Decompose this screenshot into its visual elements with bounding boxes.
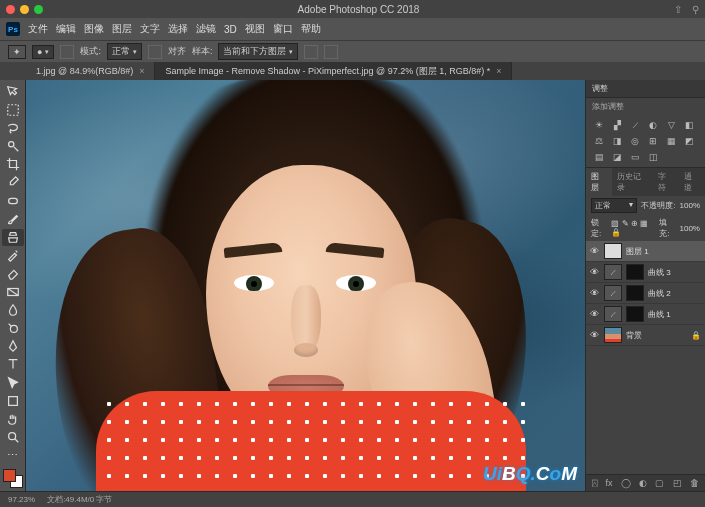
close-tab-icon[interactable]: × [496,66,501,76]
menu-type[interactable]: 文字 [140,22,160,36]
menu-select[interactable]: 选择 [168,22,188,36]
blend-mode-select[interactable]: 正常▾ [107,43,142,60]
layer-thumb[interactable]: ⟋ [604,306,622,322]
brush-panel-icon[interactable] [60,45,74,59]
visibility-icon[interactable]: 👁 [590,330,600,340]
menu-file[interactable]: 文件 [28,22,48,36]
curves-icon[interactable]: ⟋ [628,119,642,131]
bw-icon[interactable]: ◨ [610,135,624,147]
tool-preset-icon[interactable]: ✦ [8,45,26,59]
shape-tool[interactable] [2,392,24,409]
opacity-value[interactable]: 100% [680,201,700,210]
zoom-tool[interactable] [2,429,24,446]
document-tab-2[interactable]: Sample Image - Remove Shadow - PiXimperf… [155,62,512,80]
menu-help[interactable]: 帮助 [301,22,321,36]
layer-row[interactable]: 👁 背景 🔒 [586,325,705,346]
layer-row[interactable]: 👁 ⟋ 曲线 2 [586,283,705,304]
path-select-tool[interactable] [2,374,24,391]
colorbal-icon[interactable]: ⚖ [592,135,606,147]
move-tool[interactable] [2,83,24,100]
marquee-tool[interactable] [2,101,24,118]
layer-row[interactable]: 👁 ⟋ 曲线 1 [586,304,705,325]
dodge-tool[interactable] [2,319,24,336]
canvas-area[interactable]: UiBQ.CoM [26,80,585,491]
link-layers-icon[interactable]: ⍓ [592,478,597,488]
aligned-checkbox[interactable] [148,45,162,59]
photo-filter-icon[interactable]: ◎ [628,135,642,147]
brush-tool[interactable] [2,210,24,227]
tab-char[interactable]: 字符 [653,168,679,196]
layer-row[interactable]: 👁 图层 1 [586,241,705,262]
brightness-icon[interactable]: ☀ [592,119,606,131]
search-icon[interactable]: ⚲ [692,4,699,15]
layer-thumb[interactable] [604,243,622,259]
new-group-icon[interactable]: ▢ [655,478,664,488]
mask-icon[interactable]: ◯ [621,478,631,488]
new-layer-icon[interactable]: ◰ [673,478,682,488]
tab-channels[interactable]: 通道 [679,168,705,196]
visibility-icon[interactable]: 👁 [590,267,600,277]
lookup-icon[interactable]: ▦ [664,135,678,147]
ignore-adj-icon[interactable] [304,45,318,59]
spot-heal-tool[interactable] [2,192,24,209]
quick-select-tool[interactable] [2,138,24,155]
fx-icon[interactable]: fx [605,478,612,488]
zoom-level[interactable]: 97.23% [8,495,35,504]
threshold-icon[interactable]: ◪ [610,151,624,163]
invert-icon[interactable]: ◩ [682,135,696,147]
document-canvas[interactable]: UiBQ.CoM [26,80,585,491]
gradmap-icon[interactable]: ▭ [628,151,642,163]
app-logo[interactable]: Ps [6,22,20,36]
color-swatches[interactable] [3,469,23,488]
close-window-button[interactable] [6,5,15,14]
lock-icons[interactable]: ▨ ✎ ⊕ ▦ 🔒 [611,219,655,237]
layer-name[interactable]: 图层 1 [626,246,649,257]
eraser-tool[interactable] [2,265,24,282]
menu-edit[interactable]: 编辑 [56,22,76,36]
maximize-window-button[interactable] [34,5,43,14]
lasso-tool[interactable] [2,119,24,136]
sample-select[interactable]: 当前和下方图层▾ [218,43,298,60]
channel-mixer-icon[interactable]: ⊞ [646,135,660,147]
menu-window[interactable]: 窗口 [273,22,293,36]
brush-preset-picker[interactable]: ●▾ [32,45,54,59]
layer-thumb[interactable] [604,327,622,343]
type-tool[interactable] [2,356,24,373]
visibility-icon[interactable]: 👁 [590,246,600,256]
gradient-tool[interactable] [2,283,24,300]
posterize-icon[interactable]: ▤ [592,151,606,163]
menu-layer[interactable]: 图层 [112,22,132,36]
levels-icon[interactable]: ▞ [610,119,624,131]
layer-blend-mode-select[interactable]: 正常▾ [591,198,637,213]
selcolor-icon[interactable]: ◫ [646,151,660,163]
layer-row[interactable]: 👁 ⟋ 曲线 3 [586,262,705,283]
edit-toolbar[interactable]: ⋯ [2,447,24,464]
layer-mask-thumb[interactable] [626,285,644,301]
doc-info[interactable]: 文档:49.4M/0 字节 [47,494,112,505]
close-tab-icon[interactable]: × [139,66,144,76]
minimize-window-button[interactable] [20,5,29,14]
menu-image[interactable]: 图像 [84,22,104,36]
clone-stamp-tool[interactable] [2,229,24,246]
visibility-icon[interactable]: 👁 [590,288,600,298]
layer-mask-thumb[interactable] [626,306,644,322]
blur-tool[interactable] [2,301,24,318]
exposure-icon[interactable]: ◐ [646,119,660,131]
eyedropper-tool[interactable] [2,174,24,191]
layer-name[interactable]: 曲线 3 [648,267,671,278]
delete-layer-icon[interactable]: 🗑 [690,478,699,488]
new-adj-icon[interactable]: ◐ [639,478,647,488]
share-icon[interactable]: ⇧ [674,4,682,15]
document-tab-1[interactable]: 1.jpg @ 84.9%(RGB/8#) × [26,62,155,80]
crop-tool[interactable] [2,156,24,173]
menu-3d[interactable]: 3D [224,24,237,35]
vibrance-icon[interactable]: ▽ [664,119,678,131]
foreground-color[interactable] [3,469,16,482]
tab-layers[interactable]: 图层 [586,168,612,196]
visibility-icon[interactable]: 👁 [590,309,600,319]
fill-value[interactable]: 100% [680,224,700,233]
menu-filter[interactable]: 滤镜 [196,22,216,36]
hue-icon[interactable]: ◧ [682,119,696,131]
pressure-icon[interactable] [324,45,338,59]
layer-name[interactable]: 曲线 1 [648,309,671,320]
